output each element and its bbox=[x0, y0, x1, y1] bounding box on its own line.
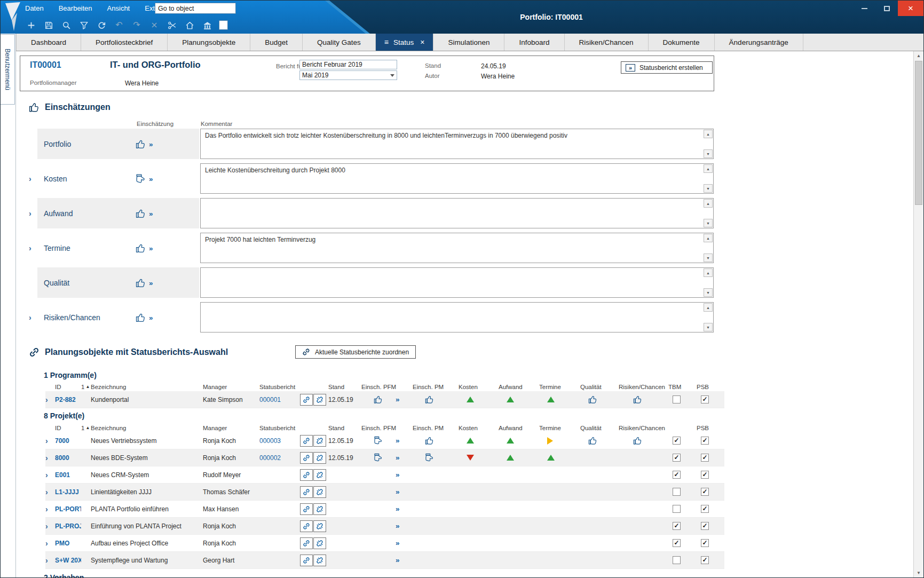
psb-checkbox[interactable] bbox=[701, 488, 709, 496]
scrollbar-thumb[interactable] bbox=[915, 61, 922, 205]
expander-icon[interactable] bbox=[45, 396, 48, 403]
assign-current-reports-button[interactable]: Aktuelle Statusberichte zuordnen bbox=[295, 345, 416, 359]
pfm-rating-icon[interactable] bbox=[373, 504, 383, 514]
scroll-up-icon[interactable]: ▲ bbox=[704, 199, 713, 208]
rating-thumb-icon[interactable] bbox=[136, 243, 146, 253]
table-row[interactable]: S+W 20XX Systempflege und Wartung Georg … bbox=[45, 552, 724, 569]
col-manager[interactable]: Manager bbox=[203, 425, 259, 431]
cut-icon[interactable] bbox=[166, 19, 178, 31]
detail-chevron-link[interactable]: » bbox=[149, 313, 153, 321]
search-icon[interactable] bbox=[60, 19, 72, 31]
menu-ansicht[interactable]: Ansicht bbox=[107, 4, 130, 12]
detail-chevron-link[interactable]: » bbox=[149, 209, 153, 217]
pm-rating-icon[interactable] bbox=[424, 521, 434, 531]
col-psb[interactable]: PSB bbox=[697, 384, 723, 390]
tab-infoboard[interactable]: Infoboard bbox=[504, 34, 564, 51]
assign-report-button[interactable] bbox=[300, 537, 313, 549]
qualitaet-rating-icon[interactable] bbox=[588, 470, 597, 480]
detail-chevron-link[interactable]: » bbox=[149, 175, 153, 183]
unassign-report-button[interactable] bbox=[313, 394, 326, 406]
expander-icon[interactable] bbox=[29, 175, 31, 183]
risiken-rating-icon[interactable] bbox=[633, 395, 642, 405]
unassign-report-button[interactable] bbox=[313, 435, 326, 447]
toolbar-mini-input[interactable] bbox=[219, 20, 228, 30]
detail-chevron-link[interactable]: » bbox=[149, 244, 153, 252]
maximize-button[interactable] bbox=[875, 1, 898, 16]
psb-checkbox[interactable] bbox=[701, 454, 709, 462]
unassign-report-button[interactable] bbox=[313, 520, 326, 532]
vertical-scrollbar[interactable]: ▲ ▼ bbox=[913, 51, 923, 577]
expander-icon[interactable] bbox=[45, 557, 48, 564]
psb-checkbox[interactable] bbox=[701, 395, 709, 403]
detail-chevron-link[interactable]: » bbox=[396, 505, 400, 513]
hamburger-icon[interactable]: ≡ bbox=[384, 38, 389, 46]
detail-chevron-link[interactable]: » bbox=[396, 488, 400, 496]
goto-object-input[interactable] bbox=[155, 3, 236, 14]
col-risiken-chancen[interactable]: Risiken/Chancen bbox=[619, 384, 668, 390]
assign-report-button[interactable] bbox=[300, 520, 313, 532]
col-termine[interactable]: Termine bbox=[539, 384, 580, 390]
scroll-up-icon[interactable]: ▲ bbox=[704, 234, 713, 242]
pm-rating-icon[interactable] bbox=[424, 504, 434, 514]
qualitaet-rating-icon[interactable] bbox=[588, 395, 597, 405]
tab-simulationen[interactable]: Simulationen bbox=[433, 34, 504, 51]
redo-icon[interactable]: ↷ bbox=[131, 19, 143, 31]
col-termine[interactable]: Termine bbox=[539, 425, 580, 431]
assign-report-button[interactable] bbox=[300, 486, 313, 498]
tbm-checkbox[interactable] bbox=[673, 539, 681, 547]
expander-icon[interactable] bbox=[45, 522, 48, 530]
refresh-icon[interactable] bbox=[96, 19, 107, 31]
planning-object-id-link[interactable]: L1-JJJJ bbox=[55, 488, 79, 496]
tbm-checkbox[interactable] bbox=[673, 556, 681, 564]
col-bezeichnung[interactable]: Bezeichnung bbox=[91, 384, 203, 390]
pm-rating-icon[interactable] bbox=[424, 556, 434, 565]
qualitaet-rating-icon[interactable] bbox=[588, 556, 597, 565]
menu-daten[interactable]: Daten bbox=[25, 4, 44, 12]
psb-checkbox[interactable] bbox=[701, 437, 709, 445]
table-row[interactable]: PL-PORTFO... PLANTA Portfolio einführen … bbox=[45, 501, 724, 518]
psb-checkbox[interactable] bbox=[701, 471, 709, 479]
scroll-down-icon[interactable]: ▼ bbox=[704, 184, 713, 193]
planning-object-id-link[interactable]: P2-882 bbox=[55, 396, 76, 403]
planning-object-id-link[interactable]: PMO bbox=[55, 540, 69, 547]
table-row[interactable]: P2-882 Kundenportal Kate Simpson 000001 … bbox=[45, 391, 724, 408]
scroll-up-icon[interactable]: ▲ bbox=[704, 164, 713, 173]
comment-textarea[interactable] bbox=[201, 268, 713, 297]
scroll-up-icon[interactable]: ▲ bbox=[914, 51, 923, 60]
rating-thumb-icon[interactable] bbox=[136, 139, 146, 149]
unassign-report-button[interactable] bbox=[313, 486, 326, 498]
close-button[interactable]: × bbox=[898, 1, 923, 16]
assign-report-button[interactable] bbox=[300, 555, 313, 566]
pfm-rating-icon[interactable] bbox=[373, 539, 383, 548]
col-aufwand[interactable]: Aufwand bbox=[499, 425, 539, 431]
expander-icon[interactable] bbox=[45, 471, 48, 479]
expander-icon[interactable] bbox=[45, 488, 48, 496]
tab-dokumente[interactable]: Dokumente bbox=[649, 34, 715, 51]
pm-rating-icon[interactable] bbox=[424, 395, 434, 405]
detail-chevron-link[interactable]: » bbox=[396, 454, 400, 462]
comment-textarea[interactable]: Das Portfolio entwickelt sich trotz leic… bbox=[201, 129, 713, 159]
comment-textarea[interactable] bbox=[201, 303, 713, 332]
qualitaet-rating-icon[interactable] bbox=[588, 487, 597, 497]
expander-icon[interactable] bbox=[45, 540, 48, 547]
qualitaet-rating-icon[interactable] bbox=[588, 504, 597, 514]
tbm-checkbox[interactable] bbox=[673, 488, 681, 496]
assign-report-button[interactable] bbox=[300, 469, 313, 481]
expander-icon[interactable] bbox=[29, 244, 31, 252]
unassign-report-button[interactable] bbox=[313, 469, 326, 481]
unassign-report-button[interactable] bbox=[313, 452, 326, 464]
col-kosten[interactable]: Kosten bbox=[459, 425, 499, 431]
detail-chevron-link[interactable]: » bbox=[149, 279, 153, 287]
detail-chevron-link[interactable]: » bbox=[396, 395, 400, 403]
risiken-rating-icon[interactable] bbox=[633, 487, 642, 497]
scroll-up-icon[interactable]: ▲ bbox=[704, 303, 713, 312]
create-status-report-button[interactable]: » Statusbericht erstellen bbox=[621, 61, 713, 74]
user-menu-tab[interactable]: Benutzermenü bbox=[1, 34, 15, 105]
assign-report-button[interactable] bbox=[300, 452, 313, 464]
detail-chevron-link[interactable]: » bbox=[396, 539, 400, 547]
bank-icon[interactable] bbox=[201, 19, 213, 31]
psb-checkbox[interactable] bbox=[701, 522, 709, 530]
assign-report-button[interactable] bbox=[300, 435, 313, 447]
tab-aenderungsantraege[interactable]: Änderungsanträge bbox=[715, 34, 803, 51]
col-einsch-pm[interactable]: Einsch. PM bbox=[413, 425, 459, 431]
